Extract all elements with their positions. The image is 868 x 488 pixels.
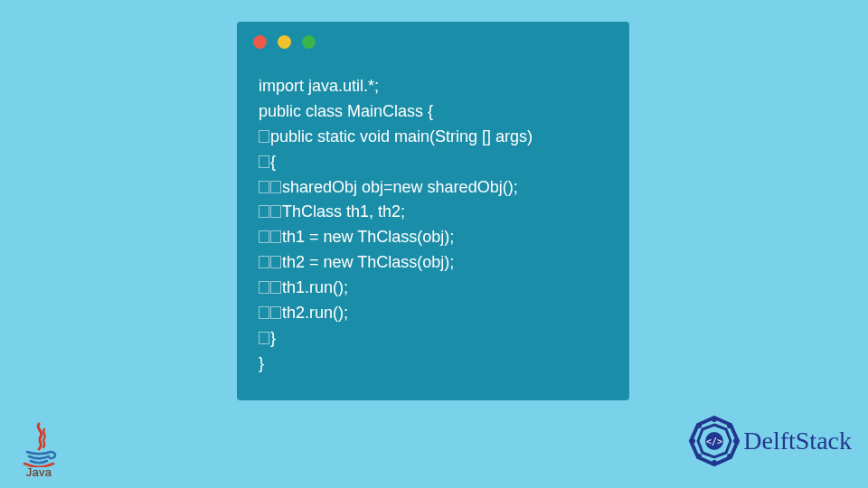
code-text: { xyxy=(270,153,276,171)
indent-marker xyxy=(259,256,269,268)
delftstack-label: DelftStack xyxy=(743,427,852,455)
code-line: th2 = new ThClass(obj); xyxy=(259,250,608,276)
code-text: public class MainClass { xyxy=(259,102,433,120)
code-text: } xyxy=(259,354,264,372)
code-line: ThClass th1, th2; xyxy=(259,200,608,225)
code-line: import java.util.*; xyxy=(259,74,608,99)
close-icon xyxy=(253,35,267,49)
maximize-icon xyxy=(302,35,316,49)
code-line: public class MainClass { xyxy=(259,99,608,125)
java-cup-icon xyxy=(19,422,59,467)
indent-marker xyxy=(270,281,281,294)
indent-marker xyxy=(259,281,269,294)
indent-marker xyxy=(270,205,281,218)
minimize-icon xyxy=(278,35,291,49)
code-text: th2 = new ThClass(obj); xyxy=(282,253,454,271)
code-text: th1 = new ThClass(obj); xyxy=(282,228,454,246)
code-line: th1 = new ThClass(obj); xyxy=(259,225,608,250)
indent-marker xyxy=(259,181,269,193)
code-text: th2.run(); xyxy=(282,304,348,322)
indent-marker xyxy=(259,332,269,344)
code-line: th1.run(); xyxy=(259,276,608,301)
svg-point-5 xyxy=(727,423,732,428)
code-block: import java.util.*;public class MainClas… xyxy=(237,61,629,384)
code-line: } xyxy=(259,352,608,377)
code-text: th1.run(); xyxy=(282,278,348,296)
indent-marker xyxy=(270,306,281,319)
code-window: import java.util.*;public class MainClas… xyxy=(237,22,629,400)
indent-marker xyxy=(270,230,281,243)
svg-point-11 xyxy=(696,423,702,428)
indent-marker xyxy=(259,155,269,168)
delftstack-logo: </> DelftStack xyxy=(687,414,852,468)
indent-marker xyxy=(270,256,281,268)
code-text: import java.util.*; xyxy=(259,77,379,95)
svg-text:</>: </> xyxy=(706,436,722,446)
svg-point-9 xyxy=(696,454,702,459)
indent-marker xyxy=(259,306,269,319)
code-line: th2.run(); xyxy=(259,301,608,326)
indent-marker xyxy=(270,181,281,193)
code-line: { xyxy=(259,150,608,175)
window-titlebar xyxy=(237,22,629,61)
delftstack-icon: </> xyxy=(687,414,741,468)
code-text: public static void main(String [] args) xyxy=(270,127,533,145)
code-text: sharedObj obj=new sharedObj(); xyxy=(282,178,518,196)
svg-point-8 xyxy=(712,460,717,465)
java-logo: Java xyxy=(13,422,65,479)
svg-point-10 xyxy=(690,438,695,444)
indent-marker xyxy=(259,230,269,243)
indent-marker xyxy=(259,130,269,143)
indent-marker xyxy=(259,205,269,218)
code-line: } xyxy=(259,326,608,352)
svg-point-6 xyxy=(733,438,739,444)
code-text: ThClass th1, th2; xyxy=(282,202,405,221)
code-line: sharedObj obj=new sharedObj(); xyxy=(259,175,608,201)
svg-point-7 xyxy=(727,454,732,459)
code-line: public static void main(String [] args) xyxy=(259,125,608,150)
code-text: } xyxy=(270,329,276,347)
java-logo-label: Java xyxy=(13,465,65,479)
svg-point-4 xyxy=(712,417,717,422)
